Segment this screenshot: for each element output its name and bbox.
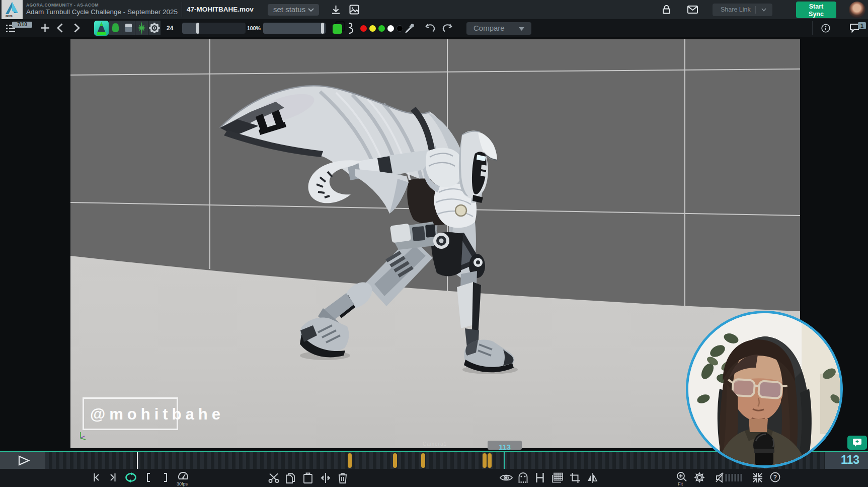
svg-text:agora: agora: [6, 14, 13, 17]
svg-text:?: ?: [773, 474, 777, 481]
